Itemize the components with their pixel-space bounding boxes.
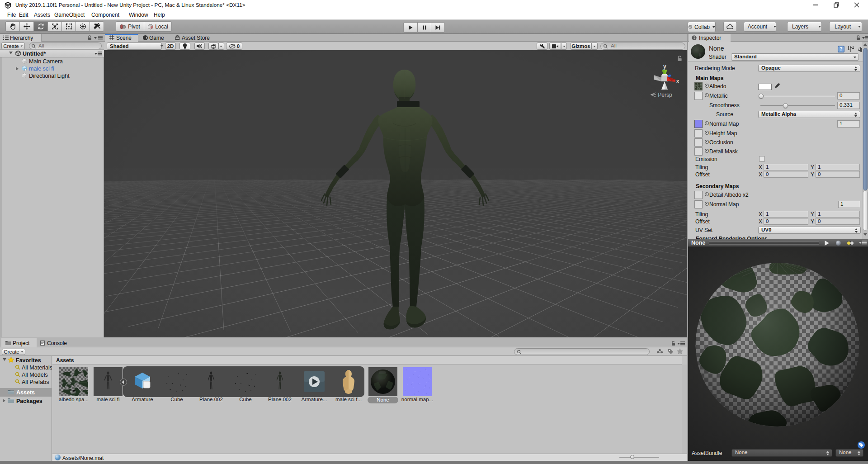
svg-text:x: x (676, 78, 679, 84)
svg-text:y: y (663, 63, 666, 70)
svg-text:?: ? (840, 47, 842, 52)
